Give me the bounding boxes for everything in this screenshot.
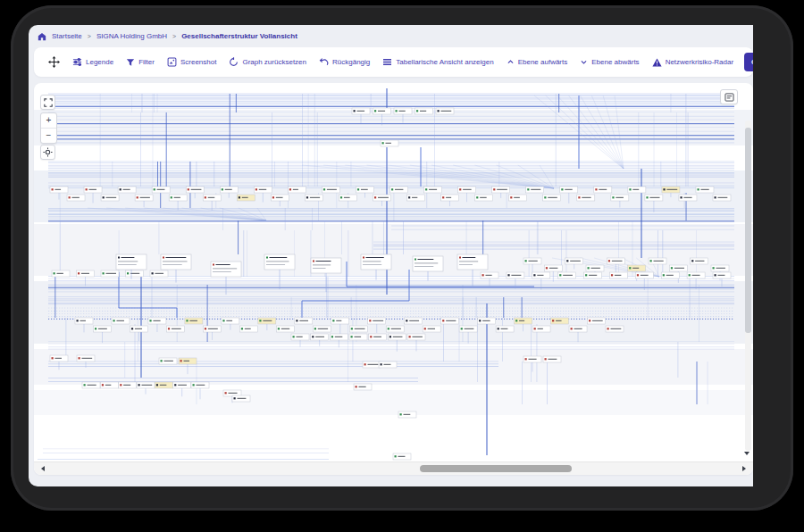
toolbar-item-label: Screenshot — [180, 58, 216, 66]
minimap-panel-button[interactable] — [720, 89, 738, 104]
toolbar-item-legend[interactable]: Legende — [72, 57, 113, 67]
toolbar-item-filter[interactable]: Filter — [126, 58, 155, 67]
toolbar-item-label: Tabellarische Ansicht anzeigen — [396, 58, 493, 66]
toolbar-item-level-down[interactable]: Ebene abwärts — [580, 58, 639, 66]
shareholder-structure-button[interactable]: Gesellschafterstruktur — [744, 53, 753, 71]
toolbar-item-level-up[interactable]: Ebene aufwärts — [507, 58, 568, 66]
sliders-icon — [72, 57, 82, 67]
network-graph-svg[interactable] — [34, 83, 753, 462]
horizontal-scrollbar-thumb[interactable] — [420, 465, 572, 472]
zoom-control: + − — [40, 112, 57, 144]
center-focus-button[interactable] — [40, 145, 55, 160]
vertical-scrollbar[interactable] — [745, 121, 751, 451]
toolbar-item-label: Ebene abwärts — [591, 58, 639, 66]
toolbar-item-label: Filter — [138, 58, 155, 66]
toolbar-right-group: Netzwerkrisiko-Radar Gesellschafterstruk… — [652, 53, 753, 72]
chevron-up-icon — [507, 58, 515, 66]
breadcrumb-item-company[interactable]: SIGNA Holding GmbH — [96, 32, 167, 40]
move-icon[interactable] — [48, 56, 60, 68]
table-icon — [382, 58, 392, 66]
breadcrumb: Startseite > SIGNA Holding GmbH > Gesell… — [29, 25, 753, 47]
toolbar-right-items: Netzwerkrisiko-Radar — [652, 58, 733, 67]
toolbar-item-label: Netzwerkrisiko-Radar — [666, 58, 733, 66]
zoom-out-button[interactable]: − — [41, 129, 56, 143]
graph-toolbar: LegendeFilterScreenshotGraph zurücksetze… — [34, 47, 753, 77]
zoom-in-button[interactable]: + — [41, 113, 56, 128]
toolbar-item-label: Rückgängig — [332, 58, 370, 66]
fit-view-button[interactable] — [40, 95, 55, 110]
graph-canvas[interactable]: + − — [34, 83, 753, 475]
horizontal-scrollbar[interactable] — [34, 461, 753, 475]
toolbar-item-undo[interactable]: Rückgängig — [319, 57, 370, 67]
app-window: Startseite > SIGNA Holding GmbH > Gesell… — [29, 25, 753, 486]
reset-icon — [229, 57, 239, 67]
toolbar-item-label: Graph zurücksetzen — [242, 58, 306, 66]
scroll-left-arrow[interactable] — [41, 466, 45, 471]
breadcrumb-item-current: Gesellschafterstruktur Vollansicht — [181, 32, 297, 40]
breadcrumb-item-home[interactable]: Startseite — [52, 32, 82, 40]
breadcrumb-separator: > — [172, 33, 176, 39]
vertical-scrollbar-thumb[interactable] — [745, 128, 751, 333]
screenshot-icon — [167, 57, 177, 67]
breadcrumb-separator: > — [88, 33, 91, 39]
chevron-down-icon — [580, 58, 588, 66]
warning-icon — [652, 58, 662, 67]
screenshot-stage: Startseite > SIGNA Holding GmbH > Gesell… — [0, 0, 804, 532]
scroll-right-arrow[interactable] — [742, 466, 746, 471]
toolbar-item-label: Ebene aufwärts — [518, 58, 568, 66]
funnel-icon — [126, 58, 135, 67]
toolbar-item-label: Legende — [86, 58, 113, 66]
home-icon[interactable] — [38, 32, 46, 41]
toolbar-left-group: LegendeFilterScreenshotGraph zurücksetze… — [72, 57, 640, 67]
toolbar-item-network-risk-radar[interactable]: Netzwerkrisiko-Radar — [652, 58, 733, 67]
undo-icon — [319, 57, 329, 67]
toolbar-item-screenshot[interactable]: Screenshot — [167, 57, 216, 67]
scroll-down-arrow[interactable] — [744, 452, 750, 455]
toolbar-item-reset-graph[interactable]: Graph zurücksetzen — [229, 57, 306, 67]
toolbar-item-table-view[interactable]: Tabellarische Ansicht anzeigen — [382, 58, 493, 66]
